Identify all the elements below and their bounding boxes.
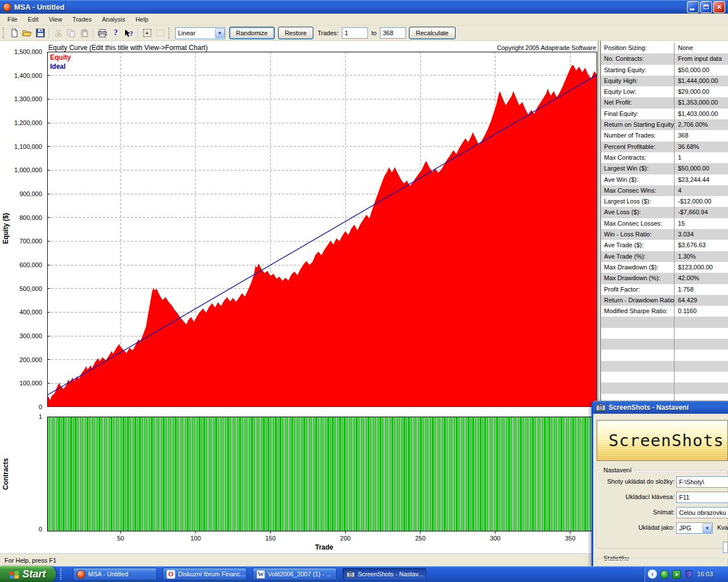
camera-icon xyxy=(346,570,355,579)
stats-row: Max Consec Losses: 15 xyxy=(601,218,728,229)
stats-label: Max Consec Wins: xyxy=(601,185,674,196)
stats-value xyxy=(674,350,728,360)
dialog-field-input[interactable] xyxy=(676,492,728,503)
dialog-field-label: Ukládací klávesa: xyxy=(593,493,675,500)
paste-button[interactable] xyxy=(78,27,91,39)
scale-select[interactable]: Linear▼ xyxy=(175,27,225,39)
tray-icon-download[interactable]: » xyxy=(672,570,681,579)
taskbar-button-1[interactable]: ODiskuzní fórum Financ... xyxy=(163,568,247,580)
opera-icon: O xyxy=(167,570,175,579)
randomize-button[interactable]: Randomize xyxy=(229,27,275,39)
settings-group-label: Nastavení xyxy=(601,467,634,473)
menu-trades[interactable]: Trades xyxy=(67,15,97,24)
restore-trades-button[interactable]: Restore xyxy=(278,27,314,39)
stats-value xyxy=(674,372,728,383)
y-tick-label: 1,200,000 xyxy=(0,119,44,126)
save-format-value: JPG xyxy=(679,525,691,531)
stats-label xyxy=(601,350,674,360)
stats-row: Largest Win ($): $50,000.00 xyxy=(601,163,728,174)
x-tick-label: 250 xyxy=(406,535,435,542)
open-file-button[interactable] xyxy=(20,27,34,39)
cut-button[interactable] xyxy=(52,27,65,39)
y-tick-label: 200,000 xyxy=(0,356,44,363)
zoom-reset-button[interactable] xyxy=(154,27,167,39)
stats-label: Max Consec Losses: xyxy=(601,218,674,229)
trades-label: Trades: xyxy=(317,30,338,36)
taskbar-button-label: MSA - Untitled xyxy=(88,571,128,577)
context-help-button[interactable]: ? xyxy=(122,27,135,39)
equity-curve-plot xyxy=(47,52,597,407)
svg-text:?: ? xyxy=(130,30,133,38)
stats-value: None xyxy=(674,43,728,53)
chevron-down-icon[interactable]: ▼ xyxy=(215,28,225,38)
menu-view[interactable]: View xyxy=(44,15,68,24)
stats-value: 2,706.00% xyxy=(674,119,728,130)
stats-label: Largest Loss ($): xyxy=(601,196,674,207)
stats-row: Ave Loss ($): -$7,660.94 xyxy=(601,207,728,218)
stats-label xyxy=(601,372,674,383)
stats-value: 1.30% xyxy=(674,251,728,262)
dialog-field-input[interactable] xyxy=(676,476,728,488)
stats-label: Modified Sharpe Ratio: xyxy=(601,306,674,317)
y-tick-label: 1,500,000 xyxy=(0,48,44,55)
start-button[interactable]: Start xyxy=(0,566,56,582)
taskbar-button-2[interactable]: WVolit2006_2007 (1) - ... xyxy=(253,568,337,580)
tray-icon-shield[interactable] xyxy=(684,570,693,579)
trades-to-input[interactable] xyxy=(380,27,406,39)
taskbar-clock: 16:03 xyxy=(697,571,713,577)
tray-collapse-button[interactable]: ‹ xyxy=(648,569,657,579)
y-tick-label: 300,000 xyxy=(0,332,44,339)
taskbar-button-3[interactable]: ScreenShots - Nastav... xyxy=(342,568,427,580)
stats-value xyxy=(674,317,728,327)
taskbar-grip[interactable] xyxy=(60,568,63,580)
stats-label xyxy=(601,328,674,339)
help-icon: ? xyxy=(114,28,118,38)
y-tick-label: 600,000 xyxy=(0,261,44,268)
dialog-titlebar[interactable]: ScreenShots - Nastavení xyxy=(593,401,728,414)
y-axis-title-contracts: Contracts xyxy=(2,455,10,493)
stats-value: $50,000.00 xyxy=(674,163,728,174)
dialog-field-input[interactable] xyxy=(676,507,728,518)
banner-text: ScreenShots xyxy=(609,431,724,450)
minimize-button[interactable] xyxy=(687,1,699,13)
stats-label xyxy=(601,317,674,327)
menu-edit[interactable]: Edit xyxy=(23,15,44,24)
chevron-down-icon[interactable]: ▼ xyxy=(702,523,712,533)
stats-label: Percent Profitable: xyxy=(601,142,674,152)
quality-input-fragment[interactable] xyxy=(723,542,728,553)
stats-value: -$12,000.00 xyxy=(674,196,728,207)
menu-analysis[interactable]: Analysis xyxy=(97,15,130,24)
copy-button[interactable] xyxy=(65,27,78,39)
stats-value xyxy=(674,383,728,393)
print-button[interactable] xyxy=(96,27,109,39)
zoom-select-button[interactable]: + xyxy=(140,27,154,39)
recalculate-button[interactable]: Recalculate xyxy=(409,27,455,39)
help-button[interactable]: ? xyxy=(109,27,122,39)
taskbar-button-0[interactable]: MSA - Untitled xyxy=(73,568,157,580)
stats-value: 1.758 xyxy=(674,284,728,295)
stats-label: Ave Win ($): xyxy=(601,174,674,185)
stats-value: 0.1160 xyxy=(674,306,728,317)
stats-row: Return on Starting Equity: 2,706.00% xyxy=(601,119,728,130)
trades-from-input[interactable] xyxy=(342,27,368,39)
window-titlebar[interactable]: MSA - Untitled ✕ xyxy=(0,0,728,14)
save-button[interactable] xyxy=(34,27,47,39)
print-icon xyxy=(98,29,107,38)
stats-value: 368 xyxy=(674,130,728,141)
new-file-button[interactable] xyxy=(7,27,20,39)
statistics-groupbox xyxy=(597,559,728,566)
toolbar-grip[interactable] xyxy=(3,27,6,39)
close-button[interactable]: ✕ xyxy=(713,1,725,13)
toolbar-grip[interactable] xyxy=(168,27,171,39)
stats-label: Win - Loss Ratio: xyxy=(601,229,674,240)
chart-pane: Equity Curve (Edit this title with View-… xyxy=(0,41,598,554)
restore-button[interactable] xyxy=(700,1,712,13)
stats-label: Ave Trade (%): xyxy=(601,251,674,262)
menu-help[interactable]: Help xyxy=(130,15,154,24)
stats-label xyxy=(601,383,674,393)
stats-row: Number of Trades: 368 xyxy=(601,130,728,141)
stats-row: Profit Factor: 1.758 xyxy=(601,284,728,295)
menu-file[interactable]: File xyxy=(2,15,23,24)
save-format-select[interactable]: JPG▼ xyxy=(676,522,713,534)
tray-icon-messenger[interactable] xyxy=(660,570,669,579)
